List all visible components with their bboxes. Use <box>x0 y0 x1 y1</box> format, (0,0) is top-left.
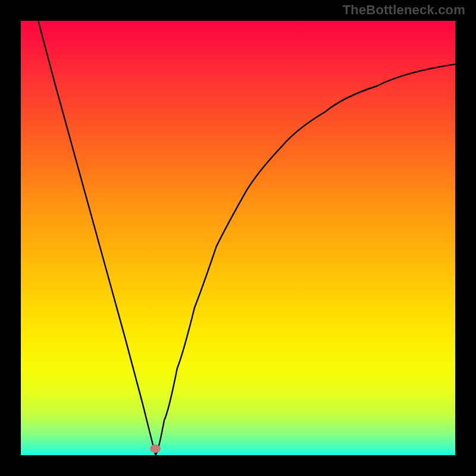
watermark-text: TheBottleneck.com <box>343 2 465 18</box>
bottleneck-curve <box>38 21 455 455</box>
plot-area <box>21 21 455 455</box>
chart-frame: TheBottleneck.com <box>0 0 476 476</box>
curve-svg <box>21 21 455 455</box>
optimum-marker <box>150 444 161 453</box>
